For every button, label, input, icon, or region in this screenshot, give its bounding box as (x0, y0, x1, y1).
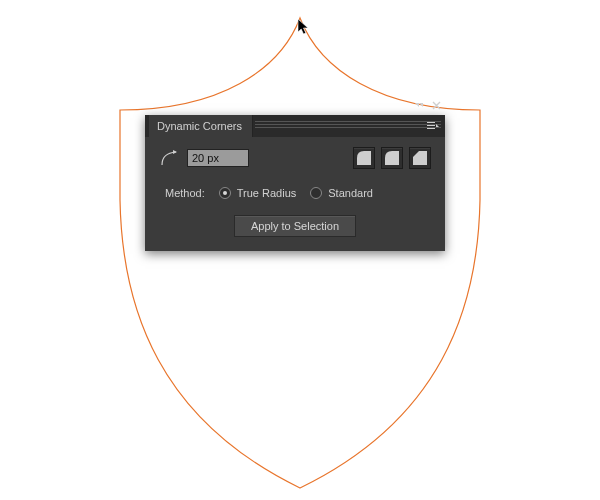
apply-button[interactable]: Apply to Selection (234, 215, 356, 237)
corner-type-group (353, 147, 431, 169)
corner-type-round[interactable] (353, 147, 375, 169)
corner-type-inverted-round[interactable] (381, 147, 403, 169)
corner-tool-icon (159, 148, 179, 168)
panel-title: Dynamic Corners (157, 120, 242, 132)
apply-row: Apply to Selection (159, 215, 431, 237)
radius-input[interactable]: 20 px (187, 149, 249, 167)
panel-window-controls (414, 101, 441, 110)
dynamic-corners-panel: Dynamic Corners 20 px (145, 115, 445, 251)
close-icon[interactable] (432, 101, 441, 110)
radio-standard-label: Standard (328, 187, 373, 199)
svg-rect-1 (427, 125, 435, 126)
radius-row: 20 px (159, 147, 431, 169)
panel-menu-icon[interactable] (425, 119, 441, 133)
radio-standard[interactable]: Standard (310, 187, 373, 199)
method-row: Method: True Radius Standard (159, 187, 431, 199)
svg-rect-2 (427, 128, 435, 129)
radio-true-radius-label: True Radius (237, 187, 297, 199)
panel-titlebar[interactable]: Dynamic Corners (145, 115, 445, 137)
svg-rect-0 (427, 122, 435, 123)
method-label: Method: (165, 187, 205, 199)
radio-dot-icon (310, 187, 322, 199)
corner-type-chamfer[interactable] (409, 147, 431, 169)
panel-tab[interactable]: Dynamic Corners (149, 115, 253, 137)
collapse-icon[interactable] (414, 102, 424, 110)
radio-dot-icon (219, 187, 231, 199)
radio-true-radius[interactable]: True Radius (219, 187, 297, 199)
panel-body: 20 px (145, 137, 445, 251)
panel-grip[interactable] (255, 115, 441, 137)
